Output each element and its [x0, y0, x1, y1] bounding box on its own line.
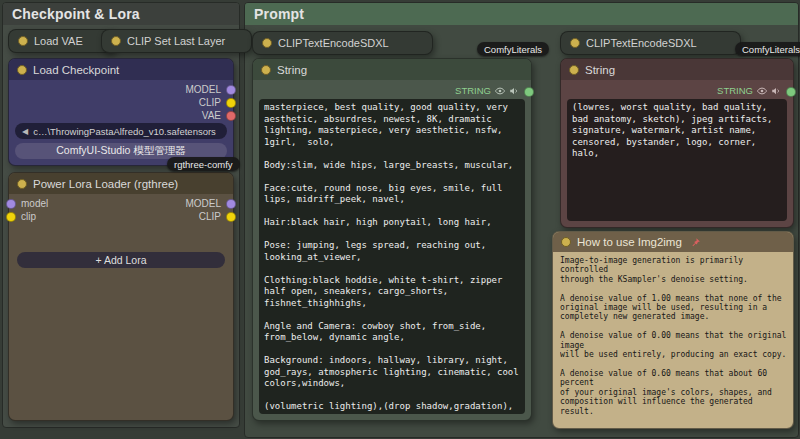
- node-power-lora-loader: Power Lora Loader (rgthree) model MODEL …: [8, 172, 234, 421]
- string-output-row: STRING: [455, 85, 519, 96]
- collapse-dot-icon[interactable]: [561, 237, 571, 247]
- negative-prompt-textarea[interactable]: (lowres, worst quality, bad quality, bad…: [567, 99, 787, 221]
- node-string-negative: String STRING (lowres, worst quality, ba…: [560, 58, 794, 228]
- collapse-dot-icon[interactable]: [261, 65, 271, 75]
- rgthree-badge: rgthree-comfy: [167, 157, 240, 171]
- comfyliterals-badge: ComfyLiterals: [477, 42, 549, 56]
- node-title: String: [277, 64, 307, 76]
- clip-output-slot[interactable]: [226, 98, 236, 108]
- string-output-slot[interactable]: [524, 87, 534, 97]
- output-label: MODEL: [185, 197, 221, 210]
- collapse-dot-icon[interactable]: [569, 65, 579, 75]
- output-label: VAE: [202, 109, 221, 122]
- node-power-lora-header[interactable]: Power Lora Loader (rgthree): [9, 173, 233, 194]
- speaker-icon[interactable]: [771, 86, 781, 96]
- vae-output-slot[interactable]: [226, 111, 236, 121]
- collapse-dot-icon[interactable]: [18, 36, 28, 46]
- node-title: Load Checkpoint: [33, 64, 119, 76]
- eye-icon[interactable]: [757, 86, 767, 96]
- node-load-vae[interactable]: Load VAE: [8, 29, 116, 53]
- clip-output-slot[interactable]: [226, 212, 236, 222]
- pushpin-icon: [690, 237, 701, 248]
- model-output-slot[interactable]: [226, 85, 236, 95]
- node-clip-text-encode-positive[interactable]: CLIPTextEncodeSDXL: [252, 31, 433, 55]
- output-row-clip: CLIP: [9, 96, 233, 109]
- node-title: Load VAE: [34, 35, 83, 47]
- group-prompt-header[interactable]: Prompt: [245, 3, 798, 25]
- eye-icon[interactable]: [495, 86, 505, 96]
- node-title: How to use Img2img: [577, 236, 682, 248]
- node-string-positive: String STRING masterpiece, best quality,…: [252, 58, 532, 421]
- node-title: CLIPTextEncodeSDXL: [586, 37, 697, 49]
- collapse-dot-icon[interactable]: [17, 65, 27, 75]
- collapse-dot-icon[interactable]: [570, 38, 580, 48]
- combo-prev-arrow-icon[interactable]: ◀: [22, 127, 28, 136]
- string-output-label: STRING: [455, 85, 491, 96]
- ckpt-name-value: c…\ThrowingPastaAlfredo_v10.safetensors: [33, 126, 216, 137]
- string-output-label: STRING: [717, 85, 753, 96]
- node-img2img-note: How to use Img2img Image-to-image genera…: [552, 231, 794, 429]
- output-label: CLIP: [199, 210, 221, 223]
- group-checkpoint-lora-header[interactable]: Checkpoint & Lora: [3, 3, 239, 25]
- node-title: CLIPTextEncodeSDXL: [278, 37, 389, 49]
- positive-prompt-textarea[interactable]: masterpiece, best quality, good quality,…: [259, 99, 525, 414]
- note-text: Image-to-image generation is primarily c…: [560, 256, 788, 424]
- string-output-row: STRING: [717, 85, 781, 96]
- output-label: CLIP: [199, 96, 221, 109]
- collapse-dot-icon[interactable]: [17, 179, 27, 189]
- comfyui-canvas[interactable]: Checkpoint & Lora Prompt Load VAE CLIP S…: [0, 0, 800, 439]
- node-string-positive-header[interactable]: String: [253, 59, 531, 80]
- io-row-clip: clip CLIP: [9, 210, 233, 223]
- node-title: CLIP Set Last Layer: [127, 35, 225, 47]
- output-row-model: MODEL: [9, 83, 233, 96]
- node-clip-text-encode-negative[interactable]: CLIPTextEncodeSDXL: [560, 31, 741, 55]
- model-input-slot[interactable]: [6, 199, 16, 209]
- comfyliterals-badge: ComfyLiterals: [735, 42, 800, 56]
- output-label: MODEL: [185, 83, 221, 96]
- node-img2img-note-header[interactable]: How to use Img2img: [553, 232, 793, 252]
- output-row-vae: VAE: [9, 109, 233, 122]
- input-label: clip: [21, 210, 36, 223]
- group-title: Prompt: [254, 6, 304, 22]
- node-load-checkpoint-header[interactable]: Load Checkpoint: [9, 59, 233, 80]
- collapse-dot-icon[interactable]: [111, 36, 121, 46]
- speaker-icon[interactable]: [509, 86, 519, 96]
- group-title: Checkpoint & Lora: [12, 6, 140, 22]
- node-title: String: [585, 64, 615, 76]
- node-load-checkpoint: Load Checkpoint MODEL CLIP VAE ◀ c…\Thro…: [8, 58, 234, 166]
- node-string-negative-header[interactable]: String: [561, 59, 793, 80]
- collapse-dot-icon[interactable]: [262, 38, 272, 48]
- node-title: Power Lora Loader (rgthree): [33, 178, 178, 190]
- string-output-slot[interactable]: [786, 87, 796, 97]
- clip-input-slot[interactable]: [6, 212, 16, 222]
- input-label: model: [21, 197, 48, 210]
- model-output-slot[interactable]: [226, 199, 236, 209]
- io-row-model: model MODEL: [9, 197, 233, 210]
- ckpt-name-combo[interactable]: ◀ c…\ThrowingPastaAlfredo_v10.safetensor…: [15, 123, 227, 139]
- add-lora-button[interactable]: + Add Lora: [17, 252, 225, 268]
- node-clip-set-last-layer[interactable]: CLIP Set Last Layer: [101, 29, 252, 53]
